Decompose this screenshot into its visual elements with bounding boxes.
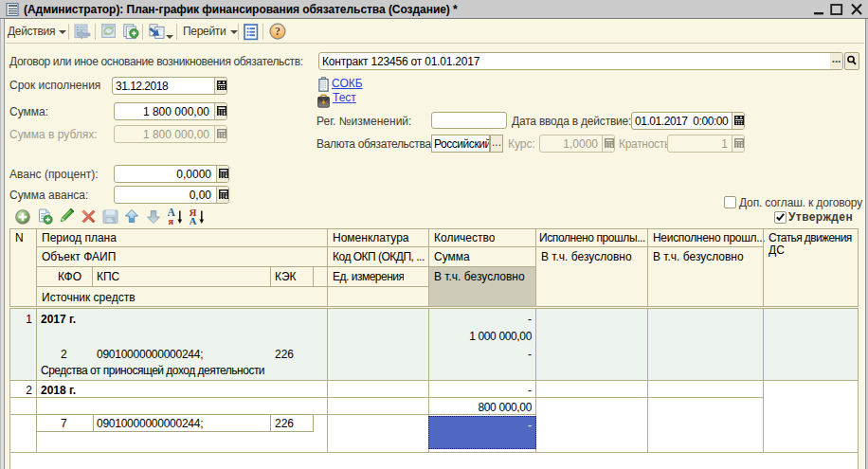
svg-text:А: А: [190, 215, 197, 225]
svg-text:?: ?: [275, 25, 280, 38]
svg-text:я: я: [169, 216, 174, 225]
